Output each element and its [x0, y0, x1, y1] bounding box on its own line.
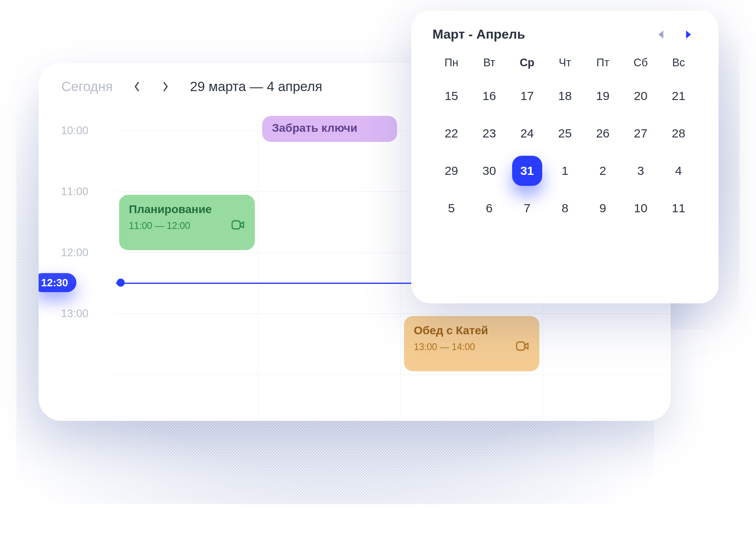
day-cell[interactable]: 3: [622, 152, 660, 190]
event-title: Обед с Катей: [414, 324, 530, 337]
day-cell[interactable]: 10: [622, 190, 660, 227]
day-cell[interactable]: 17: [508, 77, 546, 115]
triangle-left-icon: [658, 30, 663, 39]
event-time-row: 13:00 — 14:00: [414, 340, 530, 353]
day-cell[interactable]: 18: [546, 77, 584, 115]
grid-hline: [116, 375, 671, 375]
grid-vline: [258, 118, 259, 416]
day-of-week-label: Пт: [584, 52, 622, 73]
day-row: 567891011: [432, 190, 697, 227]
day-cell[interactable]: 23: [470, 115, 508, 152]
grid-hline: [116, 314, 671, 314]
day-cell[interactable]: 7: [508, 190, 546, 227]
time-label: 11:00: [61, 185, 89, 198]
day-of-week-row: ПнВтСрЧтПтСбВс: [432, 52, 697, 73]
video-camera-icon: [231, 219, 245, 232]
day-cell[interactable]: 5: [432, 190, 470, 227]
day-row: 2930311234: [432, 152, 697, 190]
day-cell[interactable]: 26: [584, 115, 622, 152]
event-planning[interactable]: Планирование 11:00 — 12:00: [119, 195, 255, 250]
day-cell[interactable]: 28: [660, 115, 697, 152]
date-picker-card: Март - Апрель ПнВтСрЧтПтСбВс 15161718192…: [411, 11, 719, 303]
day-cell[interactable]: 21: [660, 77, 697, 115]
day-of-week-label: Сб: [622, 52, 660, 73]
current-time-badge: 12:30: [39, 273, 76, 292]
day-row: 15161718192021: [432, 77, 697, 115]
day-cell[interactable]: 29: [432, 152, 470, 190]
event-time: 11:00 — 12:00: [129, 220, 190, 231]
current-time-dot: [117, 279, 125, 287]
day-cell[interactable]: 22: [432, 115, 470, 152]
day-cell[interactable]: 8: [546, 190, 584, 227]
time-label: 12:00: [61, 246, 89, 259]
day-cell[interactable]: 15: [432, 77, 470, 115]
time-label: 13:00: [61, 307, 89, 320]
day-cell[interactable]: 27: [622, 115, 660, 152]
event-time-row: 11:00 — 12:00: [129, 219, 245, 232]
day-cell[interactable]: 31: [512, 156, 542, 186]
triangle-right-icon: [686, 30, 691, 39]
event-lunch[interactable]: Обед с Катей 13:00 — 14:00: [404, 316, 539, 371]
days-grid: 1516171819202122232425262728293031123456…: [432, 77, 697, 227]
time-label: 10:00: [61, 124, 89, 137]
day-cell[interactable]: 25: [546, 115, 584, 152]
day-row: 22232425262728: [432, 115, 697, 152]
day-cell[interactable]: 2: [584, 152, 622, 190]
day-cell[interactable]: 24: [508, 115, 546, 152]
event-title: Забрать ключи: [272, 122, 387, 135]
day-cell[interactable]: 30: [470, 152, 508, 190]
video-camera-icon: [516, 340, 530, 353]
next-week-button[interactable]: [157, 78, 174, 95]
svg-rect-0: [232, 221, 240, 229]
day-of-week-label: Вт: [470, 52, 508, 73]
today-button[interactable]: Сегодня: [61, 79, 117, 94]
day-cell[interactable]: 20: [622, 77, 660, 115]
day-of-week-label: Чт: [546, 52, 584, 73]
event-title: Планирование: [129, 203, 245, 216]
svg-rect-1: [517, 342, 525, 350]
chevron-right-icon: [162, 81, 169, 92]
day-cell[interactable]: 19: [584, 77, 622, 115]
grid-vline: [400, 118, 401, 416]
chevron-left-icon: [134, 81, 140, 92]
next-month-button[interactable]: [682, 28, 695, 41]
day-cell[interactable]: 1: [546, 152, 584, 190]
day-of-week-label: Вс: [660, 52, 697, 73]
date-range-label: 29 марта — 4 апреля: [190, 79, 322, 94]
prev-week-button[interactable]: [129, 78, 145, 95]
day-of-week-label: Пн: [432, 52, 470, 73]
day-cell[interactable]: 4: [660, 152, 697, 190]
event-time: 13:00 — 14:00: [414, 342, 475, 353]
day-cell[interactable]: 6: [470, 190, 508, 227]
date-picker-nav: [654, 28, 695, 41]
date-picker-header: Март - Апрель: [432, 27, 697, 42]
day-of-week-label: Ср: [508, 52, 546, 73]
event-pickup-keys[interactable]: Забрать ключи: [262, 116, 397, 142]
day-cell[interactable]: 11: [660, 190, 697, 227]
prev-month-button[interactable]: [654, 28, 667, 41]
date-picker-title: Март - Апрель: [432, 27, 525, 42]
day-cell[interactable]: 9: [584, 190, 622, 227]
day-cell[interactable]: 16: [470, 77, 508, 115]
